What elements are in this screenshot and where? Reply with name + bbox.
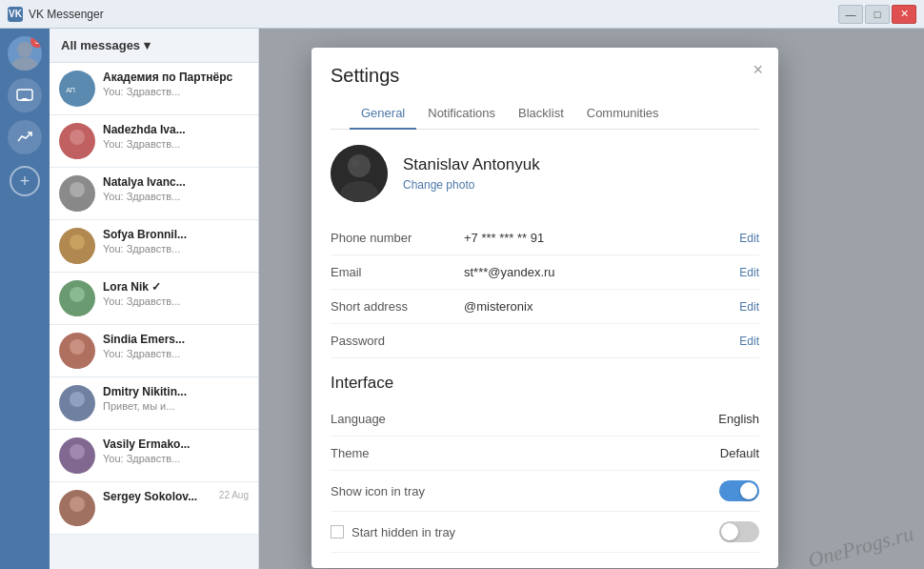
tab-blacklist[interactable]: Blacklist xyxy=(507,98,575,130)
message-item[interactable]: АП Академия по Партнёрс You: Здравств... xyxy=(50,63,258,115)
app-title: VK Messenger xyxy=(29,8,838,21)
message-preview: You: Здравств... xyxy=(103,138,249,150)
dialog-close-button[interactable]: × xyxy=(753,61,763,78)
messages-header[interactable]: All messages ▾ xyxy=(50,29,258,63)
svg-point-14 xyxy=(65,355,90,369)
avatar xyxy=(59,123,95,159)
svg-point-16 xyxy=(65,407,90,421)
toggle-knob-2 xyxy=(721,523,738,540)
show-icon-tray-label: Show icon in tray xyxy=(331,484,719,498)
message-item[interactable]: Sofya Bronnil... You: Здравств... xyxy=(50,220,258,273)
svg-point-11 xyxy=(70,287,85,302)
theme-row: Theme Default xyxy=(331,437,759,471)
message-item[interactable]: Nadezhda Iva... You: Здравств... xyxy=(50,115,258,168)
titlebar: VK VK Messenger — □ ✕ xyxy=(0,0,924,29)
sender-name: Vasily Ermako... xyxy=(103,437,249,451)
message-content: Dmitry Nikitin... Привет, мы и... xyxy=(103,385,249,421)
phone-value: +7 *** *** ** 91 xyxy=(464,231,739,245)
avatar xyxy=(59,490,95,526)
message-item[interactable]: Sindia Emers... You: Здравств... xyxy=(50,325,258,377)
message-content: Академия по Партнёрс You: Здравств... xyxy=(103,71,249,107)
svg-point-20 xyxy=(65,512,90,526)
short-address-edit-button[interactable]: Edit xyxy=(739,300,759,314)
start-hidden-tray-label-text: Start hidden in tray xyxy=(352,525,455,539)
close-button[interactable]: ✕ xyxy=(892,5,916,24)
svg-point-9 xyxy=(70,234,85,250)
phone-edit-button[interactable]: Edit xyxy=(739,232,759,245)
email-value: st***@yandex.ru xyxy=(464,265,739,279)
message-item[interactable]: Sergey Sokolov... 22 Aug xyxy=(50,482,258,535)
dialog-tabs: General Notifications Blacklist Communit… xyxy=(331,98,759,130)
tab-notifications[interactable]: Notifications xyxy=(416,98,507,130)
message-content: Sergey Sokolov... xyxy=(103,490,219,526)
window-controls: — □ ✕ xyxy=(838,5,916,24)
messages-list: All messages ▾ АП Академия по Партнёрс Y… xyxy=(50,29,259,569)
maximize-button[interactable]: □ xyxy=(865,5,890,24)
sender-name: Академия по Партнёрс xyxy=(103,71,249,84)
show-icon-tray-toggle[interactable] xyxy=(719,480,759,501)
message-content: Lora Nik ✓ You: Здравств... xyxy=(103,280,249,316)
message-preview: You: Здравств... xyxy=(103,86,249,97)
sender-name: Nadezhda Iva... xyxy=(103,123,249,136)
checkbox-row: Start hidden in tray xyxy=(331,525,719,539)
svg-point-24 xyxy=(352,159,359,167)
svg-point-6 xyxy=(65,145,90,159)
add-button[interactable]: + xyxy=(10,166,40,196)
tab-general[interactable]: General xyxy=(350,98,416,130)
start-hidden-label: Start hidden in tray xyxy=(331,525,719,539)
email-label: Email xyxy=(331,265,464,279)
tab-communities[interactable]: Communities xyxy=(575,98,671,130)
message-preview: You: Здравств... xyxy=(103,295,249,307)
phone-label: Phone number xyxy=(331,231,464,245)
settings-dialog: Settings × General Notifications Blackli… xyxy=(311,48,778,568)
message-preview: You: Здравств... xyxy=(103,243,249,254)
profile-section: Stanislav Antonyuk Change photo xyxy=(331,145,759,202)
language-row: Language English xyxy=(331,402,759,437)
avatar xyxy=(59,333,95,369)
profile-name: Stanislav Antonyuk xyxy=(403,155,540,174)
theme-value: Default xyxy=(720,446,759,460)
message-preview: You: Здравств... xyxy=(103,191,249,202)
profile-info: Stanislav Antonyuk Change photo xyxy=(403,155,540,192)
message-content: Vasily Ermako... You: Здравств... xyxy=(103,437,249,474)
trending-icon[interactable] xyxy=(8,120,42,154)
user-avatar[interactable]: 3 xyxy=(8,36,42,71)
short-address-label: Short address xyxy=(331,299,464,314)
avatar xyxy=(59,437,95,474)
toggle-knob xyxy=(740,482,757,499)
avatar xyxy=(59,228,95,264)
message-time: 22 Aug xyxy=(219,490,249,526)
email-edit-button[interactable]: Edit xyxy=(739,266,759,279)
messages-icon[interactable] xyxy=(8,78,42,112)
sender-name: Natalya Ivanc... xyxy=(103,175,249,189)
sender-name: Sergey Sokolov... xyxy=(103,490,219,503)
change-photo-button[interactable]: Change photo xyxy=(403,178,540,192)
message-item[interactable]: Vasily Ermako... You: Здравств... xyxy=(50,430,258,482)
message-item[interactable]: Lora Nik ✓ You: Здравств... xyxy=(50,273,258,325)
unread-badge: 3 xyxy=(30,36,42,48)
phone-row: Phone number +7 *** *** ** 91 Edit xyxy=(331,221,759,255)
message-content: Sofya Bronnil... You: Здравств... xyxy=(103,228,249,264)
language-label: Language xyxy=(331,412,718,426)
svg-point-0 xyxy=(17,42,32,57)
minimize-button[interactable]: — xyxy=(838,5,863,24)
svg-point-12 xyxy=(65,302,90,316)
chevron-down-icon: ▾ xyxy=(144,38,151,52)
avatar xyxy=(59,175,95,212)
avatar xyxy=(59,280,95,316)
message-preview: You: Здравств... xyxy=(103,348,249,359)
sender-name: Sofya Bronnil... xyxy=(103,228,249,241)
profile-avatar[interactable] xyxy=(331,145,388,202)
message-item[interactable]: Natalya Ivanc... You: Здравств... xyxy=(50,168,258,220)
svg-point-17 xyxy=(70,444,85,459)
password-edit-button[interactable]: Edit xyxy=(739,335,759,348)
start-hidden-checkbox[interactable] xyxy=(331,525,344,539)
message-item[interactable]: Dmitry Nikitin... Привет, мы и... xyxy=(50,377,258,430)
avatar xyxy=(59,385,95,421)
start-hidden-tray-row: Start hidden in tray xyxy=(331,512,759,553)
message-content: Natalya Ivanc... You: Здравств... xyxy=(103,175,249,212)
app-icon: VK xyxy=(8,7,23,22)
svg-point-8 xyxy=(65,197,90,212)
svg-point-1 xyxy=(11,57,38,71)
start-hidden-tray-toggle[interactable] xyxy=(719,521,759,542)
